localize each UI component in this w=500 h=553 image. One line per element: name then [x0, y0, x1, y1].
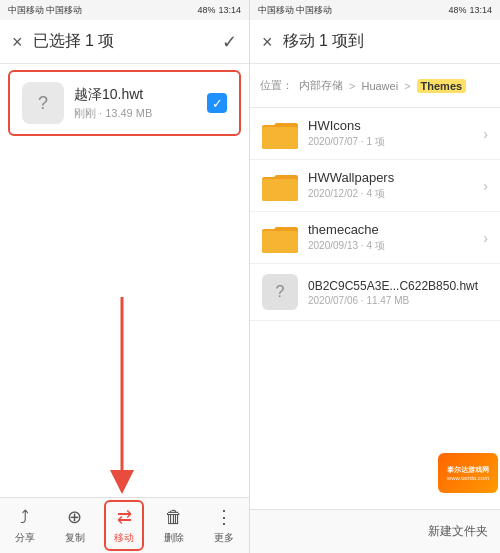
- file-icon-symbol: ?: [38, 93, 48, 114]
- file-item[interactable]: ? 越泽10.hwt 刚刚 · 13.49 MB ✓: [8, 70, 241, 136]
- right-carrier1: 中国移动: [258, 4, 294, 17]
- breadcrumb-bar: 位置： 内部存储 > Huawei > Themes: [250, 64, 500, 108]
- folder-date-hwwallpapers: 2020/12/02 · 4 项: [308, 187, 473, 201]
- right-battery: 48%: [448, 5, 466, 15]
- toolbar-move[interactable]: ⇄ 移动: [104, 500, 144, 551]
- breadcrumb-themes[interactable]: Themes: [417, 79, 467, 93]
- delete-label: 删除: [164, 531, 184, 545]
- right-bottom-bar: 新建文件夹: [250, 509, 500, 553]
- watermark: 泰尔达游戏网 www.tairda.com: [438, 453, 498, 493]
- watermark-line1: 泰尔达游戏网: [447, 465, 489, 475]
- folder-icon-hwwallpapers: [262, 171, 298, 201]
- svg-rect-2: [262, 127, 298, 149]
- toolbar-delete[interactable]: 🗑 删除: [154, 503, 194, 549]
- new-folder-button[interactable]: 新建文件夹: [428, 523, 488, 540]
- breadcrumb-arrow1: >: [349, 80, 355, 92]
- hwt-file-info: 0B2C9C55A3E...C622B850.hwt 2020/07/06 · …: [308, 279, 488, 306]
- right-close-button[interactable]: ×: [262, 33, 273, 51]
- folder-list: HWIcons 2020/07/07 · 1 项 › HWWallpapers …: [250, 108, 500, 509]
- left-carrier1: 中国移动: [8, 4, 44, 17]
- folder-date-hwicons: 2020/07/07 · 1 项: [308, 135, 473, 149]
- left-status-right: 48% 13:14: [197, 5, 241, 15]
- file-meta: 刚刚 · 13.49 MB: [74, 106, 197, 121]
- svg-rect-4: [262, 231, 298, 253]
- folder-info-hwwallpapers: HWWallpapers 2020/12/02 · 4 项: [308, 170, 473, 201]
- share-icon: ⤴: [20, 507, 29, 528]
- left-check-button[interactable]: ✓: [222, 31, 237, 53]
- left-battery: 48%: [197, 5, 215, 15]
- share-label: 分享: [15, 531, 35, 545]
- watermark-line2: www.tairda.com: [447, 475, 489, 481]
- file-info: 越泽10.hwt 刚刚 · 13.49 MB: [74, 86, 197, 121]
- folder-date-themecache: 2020/09/13 · 4 项: [308, 239, 473, 253]
- right-status-left: 中国移动 中国移动: [258, 4, 332, 17]
- left-status-bar: 中国移动 中国移动 48% 13:14: [0, 0, 249, 20]
- delete-icon: 🗑: [165, 507, 183, 528]
- left-close-button[interactable]: ×: [12, 33, 23, 51]
- right-carrier2: 中国移动: [296, 4, 332, 17]
- hwt-file-name: 0B2C9C55A3E...C622B850.hwt: [308, 279, 488, 293]
- breadcrumb-location-label: 位置：: [260, 78, 293, 93]
- breadcrumb-internal[interactable]: 内部存储: [299, 78, 343, 93]
- toolbar-share[interactable]: ⤴ 分享: [5, 503, 45, 549]
- breadcrumb-arrow2: >: [404, 80, 410, 92]
- chevron-right-hwicons: ›: [483, 126, 488, 142]
- right-top-bar: × 移动 1 项到: [250, 20, 500, 64]
- move-icon: ⇄: [117, 506, 132, 528]
- folder-info-hwicons: HWIcons 2020/07/07 · 1 项: [308, 118, 473, 149]
- folder-name-hwwallpapers: HWWallpapers: [308, 170, 473, 185]
- toolbar-more[interactable]: ⋮ 更多: [204, 502, 244, 549]
- left-bottom-toolbar: ⤴ 分享 ⊕ 复制 ⇄ 移动 🗑 删除 ⋮ 更多: [0, 497, 249, 553]
- file-name: 越泽10.hwt: [74, 86, 197, 104]
- left-title: 已选择 1 项: [33, 31, 212, 52]
- copy-label: 复制: [65, 531, 85, 545]
- svg-rect-3: [262, 179, 298, 201]
- more-icon: ⋮: [215, 506, 233, 528]
- red-arrow: [107, 297, 137, 497]
- left-panel: 中国移动 中国移动 48% 13:14 × 已选择 1 项 ✓ ? 越泽10.h…: [0, 0, 250, 553]
- chevron-right-hwwallpapers: ›: [483, 178, 488, 194]
- more-label: 更多: [214, 531, 234, 545]
- toolbar-copy[interactable]: ⊕ 复制: [55, 502, 95, 549]
- left-top-bar: × 已选择 1 项 ✓: [0, 20, 249, 64]
- right-title: 移动 1 项到: [283, 31, 488, 52]
- left-time: 13:14: [218, 5, 241, 15]
- right-time: 13:14: [469, 5, 492, 15]
- hwt-icon-symbol: ?: [276, 283, 285, 301]
- right-status-right: 48% 13:14: [448, 5, 492, 15]
- hwt-file-item[interactable]: ? 0B2C9C55A3E...C622B850.hwt 2020/07/06 …: [250, 264, 500, 321]
- file-checkbox[interactable]: ✓: [207, 93, 227, 113]
- file-icon: ?: [22, 82, 64, 124]
- chevron-right-themecache: ›: [483, 230, 488, 246]
- hwt-file-icon: ?: [262, 274, 298, 310]
- move-label: 移动: [114, 531, 134, 545]
- copy-icon: ⊕: [67, 506, 82, 528]
- folder-icon-themecache: [262, 223, 298, 253]
- breadcrumb-huawei[interactable]: Huawei: [361, 80, 398, 92]
- folder-item-themecache[interactable]: themecache 2020/09/13 · 4 项 ›: [250, 212, 500, 264]
- left-status-left: 中国移动 中国移动: [8, 4, 82, 17]
- folder-name-themecache: themecache: [308, 222, 473, 237]
- folder-name-hwicons: HWIcons: [308, 118, 473, 133]
- left-carrier2: 中国移动: [46, 4, 82, 17]
- folder-item-hwwallpapers[interactable]: HWWallpapers 2020/12/02 · 4 项 ›: [250, 160, 500, 212]
- folder-item-hwicons[interactable]: HWIcons 2020/07/07 · 1 项 ›: [250, 108, 500, 160]
- hwt-file-date: 2020/07/06 · 11.47 MB: [308, 295, 488, 306]
- folder-icon-hwicons: [262, 119, 298, 149]
- right-status-bar: 中国移动 中国移动 48% 13:14: [250, 0, 500, 20]
- right-panel: 中国移动 中国移动 48% 13:14 × 移动 1 项到 位置： 内部存储 >…: [250, 0, 500, 553]
- folder-info-themecache: themecache 2020/09/13 · 4 项: [308, 222, 473, 253]
